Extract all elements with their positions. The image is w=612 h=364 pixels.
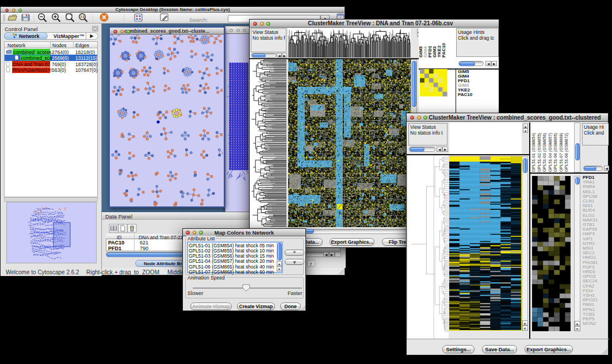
svg-text:GPL51-03 (GSM856): GPL51-03 (GSM856)	[542, 133, 547, 172]
svg-text:PAC10: PAC10	[441, 43, 446, 58]
svg-text:GPL51-07 (GSM868): GPL51-07 (GSM868)	[558, 133, 563, 172]
svg-text:GPL51-08 (GSM872): GPL51-08 (GSM872)	[564, 133, 569, 172]
svg-text:MON2: MON2	[583, 321, 596, 326]
svg-text:GPL51-02 (GSM855): GPL51-02 (GSM855)	[536, 133, 541, 172]
svg-text:GPL51-04 (GSM857): GPL51-04 (GSM857)	[547, 133, 552, 172]
svg-text:1:1: 1:1	[80, 15, 84, 18]
svg-text:GPL51-01 (GSM854): GPL51-01 (GSM854)	[531, 133, 536, 172]
svg-text:GPL51-06 (GSM865): GPL51-06 (GSM865)	[553, 133, 558, 172]
